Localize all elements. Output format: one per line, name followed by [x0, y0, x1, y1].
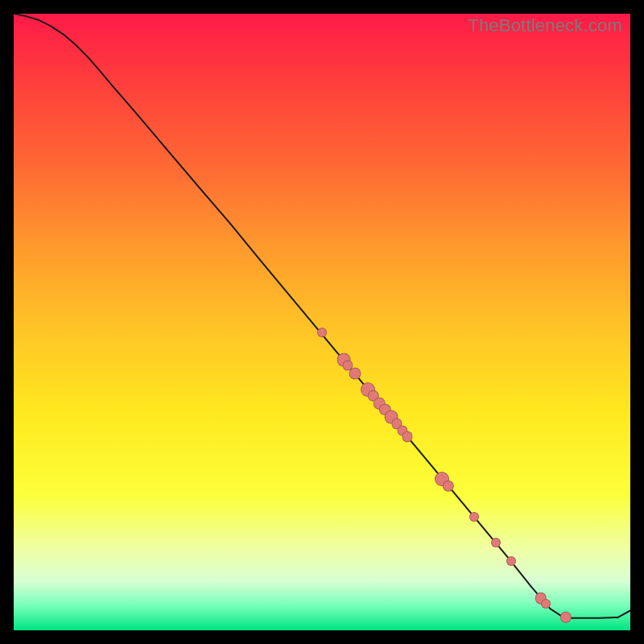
line-curve	[14, 14, 630, 630]
data-point	[402, 431, 412, 442]
data-point	[541, 599, 551, 609]
plot-area: TheBottleneck.com	[14, 14, 630, 630]
watermark-label: TheBottleneck.com	[468, 15, 622, 36]
data-point	[506, 556, 516, 566]
data-point	[317, 328, 327, 337]
data-point	[443, 481, 454, 492]
data-point	[559, 612, 571, 623]
chart-frame: TheBottleneck.com	[0, 0, 644, 644]
data-point	[349, 367, 361, 379]
data-point	[469, 512, 479, 522]
data-point	[491, 538, 501, 547]
